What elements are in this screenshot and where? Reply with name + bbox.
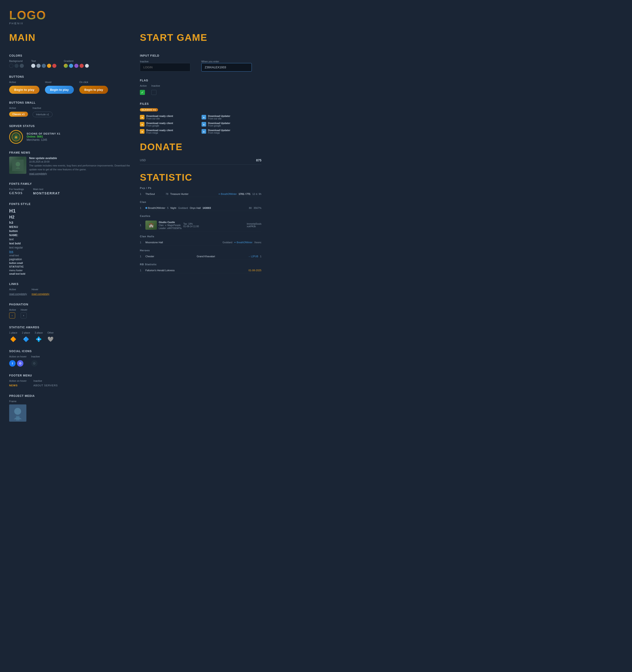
donate-row: USD 875 (140, 156, 261, 165)
pvp-time: 12 d. 9h (252, 193, 261, 195)
file-source-2: From google (146, 124, 173, 127)
small-btn-inactive-label: Inactive (32, 106, 52, 110)
link-active-text[interactable]: read completely (9, 292, 27, 295)
clan-group: Clan 1 BreathOfWinter 5 Night Goddard On… (140, 200, 261, 211)
merchants-label: Merchants: (27, 138, 40, 141)
file-item-0: ▲ Download ready client From our site (140, 115, 200, 120)
file-source-3: From google (208, 124, 230, 127)
social-inactive-label: Inactive (31, 355, 40, 358)
font-style-text: text (9, 238, 131, 241)
file-item-4: ▲ Download ready client From mega (140, 129, 200, 134)
font-style-textregular: text regular (9, 246, 131, 249)
color-row: Background Text (9, 59, 131, 68)
online-count: 5691 (37, 135, 43, 138)
clan-name-tag: BreathOfWinter (145, 207, 165, 209)
news-body: The update includes new events, bug fixe… (29, 164, 131, 171)
flag-section: FLAG Active ✓ Inactive (140, 79, 261, 95)
award-other-icon: 🩶 (47, 336, 54, 342)
file-text-1: Download Updater From our site (208, 115, 230, 120)
file-name-4[interactable]: Download ready client (146, 129, 173, 131)
file-name-3[interactable]: Download Updater (208, 122, 230, 124)
clan-hall: Onyx Hall (190, 207, 201, 209)
files-grid: ▲ Download ready client From our site ▲ … (140, 115, 261, 134)
clan-ally: Night (170, 207, 177, 209)
social-active-icons: f ⚙ (9, 360, 27, 367)
news-thumbnail (9, 157, 26, 174)
news-read-more[interactable]: read completely (29, 172, 131, 175)
font-style-menufooter: menu footer (9, 269, 131, 272)
pvp-num: 1 (140, 193, 144, 195)
font-style-smalltextbold: small text bold (9, 272, 131, 275)
btn-active-label: Active (9, 81, 40, 83)
footer-menu-title: FOOTER MENU (9, 374, 131, 377)
discord-inactive-icon: ⚙ (31, 360, 38, 367)
logo-text: LOGO (9, 9, 623, 21)
file-name-2[interactable]: Download ready client (146, 122, 173, 124)
swatch-grad-4 (79, 64, 84, 68)
social-icons-title: SOCIAL ICONS (9, 350, 131, 353)
pvp-class: Treasure Hunter (170, 193, 216, 195)
server-icon (9, 130, 23, 144)
bg-color-group: Background (9, 59, 24, 68)
files-section: FILES CLASSIC X1 ▲ Download ready client… (140, 102, 261, 134)
font-style-menu: MENU (9, 225, 131, 229)
login-input-active[interactable] (201, 63, 252, 72)
btn-play-active[interactable]: Begin to play (9, 86, 40, 94)
server-online: Online: 5691 (27, 135, 61, 138)
swatch-grad-5 (85, 64, 89, 68)
file-source-1: From our site (208, 117, 230, 120)
start-game-title: START GAME (140, 32, 261, 43)
input-active-group: When you enter (201, 59, 261, 72)
footer-active-link[interactable]: NEWS (9, 384, 18, 387)
pvp-pk-group: Pvp / Pk 1 TheSoul 78 Treasure Hunter ✏ … (140, 187, 261, 197)
swatch-bg-2 (15, 64, 19, 68)
flag-checkbox-inactive[interactable] (151, 90, 157, 95)
discord-icon[interactable]: ⚙ (17, 360, 23, 367)
swatch-grad-1 (64, 64, 68, 68)
rb-date: 01-08-2025 (249, 269, 261, 272)
link-hover-group: Hover read completely (32, 288, 49, 295)
buttons-small-section: BUTTONS SMALL Active Classic x1 Inactive… (9, 101, 131, 117)
news-content: New update available 10.05.2025 at 20:00… (29, 157, 131, 175)
heading-font-name: GENOS (9, 191, 24, 195)
social-inactive-group: Inactive ⚙ (31, 355, 40, 367)
flag-checkbox-active[interactable]: ✓ (140, 90, 145, 95)
file-name-0[interactable]: Download ready client (146, 115, 173, 117)
link-hover-text[interactable]: read completely (32, 292, 49, 295)
input-field-section: INPUT FIELD Inactive When you enter (140, 54, 261, 72)
footer-active-group: Active on hover NEWS (9, 380, 27, 387)
text-swatches (31, 64, 56, 68)
btn-play-hover[interactable]: Begin to play (45, 86, 74, 94)
news-thumb-svg (12, 160, 24, 171)
fonts-row: For headings GENOS Main text MONTSERRAT (9, 188, 131, 195)
font-style-link: link (9, 250, 131, 253)
file-name-5[interactable]: Download Updater (208, 129, 230, 131)
page-prev-active[interactable]: ‹ (9, 312, 15, 318)
btn-small-inactive[interactable]: Interlude x1 (32, 112, 52, 117)
facebook-icon[interactable]: f (9, 360, 16, 367)
btn-click-col: On click Begin to play (79, 81, 108, 94)
login-input-inactive[interactable] (140, 63, 190, 72)
pagination-title: PAGINATION (9, 303, 131, 306)
server-name: SCIONS OF DESTINY X1 (27, 132, 61, 135)
social-row: Active on hover f ⚙ Inactive ⚙ (9, 355, 131, 367)
award-other-label: Other (47, 331, 54, 334)
btn-active-col: Active Begin to play (9, 81, 40, 94)
btn-small-active[interactable]: Classic x1 (9, 112, 28, 117)
clan-members: 80 (249, 207, 252, 209)
pvp-pk-label: Pvp / Pk (140, 187, 261, 189)
award-2nd-icon: 🔷 (23, 336, 29, 342)
award-3rd-label: 3 place (34, 331, 43, 334)
award-1st-icon: 🔶 (10, 336, 16, 342)
file-name-1[interactable]: Download Updater (208, 115, 230, 117)
btn-play-click[interactable]: Begin to play (79, 86, 108, 94)
castle-row-0: 1 🏰 Gludio Castle Clan: ⚔ MagicPeople Le… (140, 219, 261, 231)
hero-class: Grand Khavatari (197, 255, 246, 258)
file-text-5: Download Updater From mega (208, 129, 230, 134)
frame-label: Frame (9, 400, 131, 403)
page-next-hover[interactable]: › (21, 312, 27, 318)
hero-row-0: 1 Chester Grand Khavatari → L2PUB 1 (140, 254, 261, 259)
file-icon-blue-1: ▲ (202, 115, 206, 119)
small-btn-inactive-col: Inactive Interlude x1 (32, 106, 52, 117)
clan-dot (145, 207, 147, 209)
